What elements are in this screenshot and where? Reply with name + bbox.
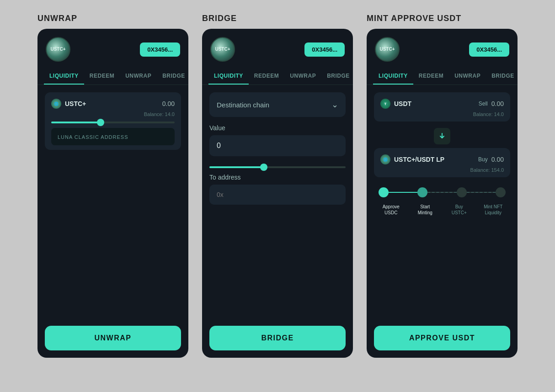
mint-address-btn[interactable]: 0X3456...: [469, 42, 509, 57]
unwrap-header: USTC+ 0X3456...: [37, 29, 188, 68]
bridge-action-btn[interactable]: BRIDGE: [209, 326, 346, 350]
mint-token1-value: 0.00: [491, 100, 504, 107]
mint-token2-row: 🌐 USTC+/USDT LP Buy 0.00 Balance: 154.0: [374, 148, 510, 177]
unwrap-token-value: 0.00: [162, 100, 175, 107]
step-connector-2: [427, 192, 456, 193]
tab-liquidity-unwrap[interactable]: LIQUIDITY: [44, 68, 84, 85]
step-label-3: BuyUSTC+: [445, 204, 473, 216]
destination-chain-dropdown[interactable]: Destination chain ⌄: [209, 92, 346, 117]
bridge-nav-tabs: LIQUIDITY REDEEM UNWRAP BRIDGE: [202, 68, 353, 85]
mint-token2-label: 🌐 USTC+/USDT LP: [380, 154, 444, 164]
mint-token1-action: Sell: [479, 101, 488, 107]
chevron-down-icon: ⌄: [331, 100, 338, 110]
tab-redeem-mint[interactable]: REDEEM: [413, 68, 449, 85]
tab-redeem-unwrap[interactable]: REDEEM: [84, 68, 120, 85]
tab-liquidity-bridge[interactable]: LIQUIDITY: [208, 68, 249, 85]
unwrap-slider-fill: [51, 122, 101, 123]
mint-token2-action: Buy: [478, 156, 488, 163]
unwrap-slider-track: [51, 122, 175, 123]
tab-unwrap-unwrap[interactable]: UNWRAP: [120, 68, 157, 85]
destination-chain-label: Destination chain: [217, 101, 269, 109]
unwrap-title: UNWRAP: [37, 14, 77, 23]
unwrap-address-btn[interactable]: 0X3456...: [140, 42, 180, 57]
step-label-1: ApproveUSDC: [377, 204, 405, 216]
unwrap-nav-tabs: LIQUIDITY REDEEM UNWRAP BRIDGE: [37, 68, 188, 85]
ustc-icon: 🌐: [51, 99, 61, 109]
tab-bridge-bridge[interactable]: BRIDGE: [321, 68, 353, 85]
unwrap-logo: USTC+: [46, 37, 70, 62]
mint-section: MINT APPROVE USDT USTC+ 0X3456... LIQUID…: [367, 14, 518, 358]
unwrap-section: UNWRAP USTC+ 0X3456... LIQUIDITY REDEEM …: [37, 14, 188, 358]
tab-bridge-unwrap[interactable]: BRIDGE: [157, 68, 188, 85]
step-label-4: Mint NFTLiquidity: [480, 204, 507, 216]
step-1: [379, 187, 389, 197]
unwrap-action-btn[interactable]: UNWRAP: [45, 326, 181, 350]
unwrap-token-row: 🌐 USTC+ 0.00 Balance: 14.0 LUNA CLASSIC …: [45, 92, 181, 150]
step-4: [496, 187, 506, 197]
unwrap-luna-address: LUNA CLASSIC ADDRESS: [51, 128, 175, 145]
tab-liquidity-mint[interactable]: LIQUIDITY: [373, 68, 413, 85]
progress-section: ApproveUSDC StartMinting BuyUSTC+ Mint N…: [374, 187, 510, 216]
bridge-title: BRIDGE: [202, 14, 237, 23]
bridge-logo: USTC+: [210, 37, 235, 62]
bridge-card: USTC+ 0X3456... LIQUIDITY REDEEM UNWRAP …: [202, 29, 353, 358]
tab-bridge-mint[interactable]: BRIDGE: [486, 68, 518, 85]
bridge-slider-track: [209, 166, 346, 168]
unwrap-card: USTC+ 0X3456... LIQUIDITY REDEEM UNWRAP …: [37, 29, 188, 358]
bridge-content: Destination chain ⌄ Value To address: [202, 85, 353, 326]
step-3: [457, 187, 467, 197]
unwrap-slider[interactable]: [51, 122, 175, 123]
unwrap-content: 🌐 USTC+ 0.00 Balance: 14.0 LUNA CLASSIC …: [37, 85, 188, 326]
step-label-2: StartMinting: [411, 204, 439, 216]
swap-arrow-btn[interactable]: [434, 128, 450, 144]
luna-address-label: LUNA CLASSIC ADDRESS: [58, 134, 128, 140]
mint-token1-balance: Balance: 14.0: [380, 111, 504, 117]
mint-title: MINT APPROVE USDT: [367, 14, 461, 23]
mint-token1-row: T USDT Sell 0.00 Balance: 14.0: [374, 92, 510, 122]
bridge-slider[interactable]: [209, 166, 346, 168]
mint-token2-balance: Balance: 154.0: [380, 167, 504, 173]
bridge-slider-thumb[interactable]: [260, 164, 267, 171]
mint-card: USTC+ 0X3456... LIQUIDITY REDEEM UNWRAP …: [367, 29, 518, 358]
mint-action-btn[interactable]: APPROVE USDT: [374, 326, 510, 350]
to-address-input[interactable]: [209, 185, 346, 205]
to-address-label: To address: [209, 174, 346, 181]
ustclp-icon: 🌐: [380, 154, 390, 164]
mint-token2-top: 🌐 USTC+/USDT LP Buy 0.00: [380, 154, 504, 164]
step-2: [417, 187, 427, 197]
value-input[interactable]: [209, 135, 346, 156]
bridge-footer: BRIDGE: [202, 326, 353, 358]
mint-content: T USDT Sell 0.00 Balance: 14.0: [367, 85, 518, 326]
bridge-slider-fill: [209, 166, 264, 168]
tab-unwrap-mint[interactable]: UNWRAP: [449, 68, 486, 85]
mint-footer: APPROVE USDT: [367, 326, 518, 358]
mint-token1-label: T USDT: [380, 99, 411, 109]
step-connector-3: [467, 192, 496, 193]
step-labels: ApproveUSDC StartMinting BuyUSTC+ Mint N…: [374, 204, 510, 216]
tab-unwrap-bridge[interactable]: UNWRAP: [284, 68, 321, 85]
bridge-header: USTC+ 0X3456...: [202, 29, 353, 68]
mint-token1-top: T USDT Sell 0.00: [380, 99, 504, 109]
unwrap-token-label: 🌐 USTC+: [51, 99, 86, 109]
mint-header: USTC+ 0X3456...: [367, 29, 518, 68]
usdt-icon: T: [380, 99, 390, 109]
unwrap-slider-thumb[interactable]: [97, 119, 104, 126]
step-connector-1: [389, 192, 417, 193]
unwrap-footer: UNWRAP: [37, 326, 188, 358]
unwrap-token-top: 🌐 USTC+ 0.00: [51, 99, 175, 109]
mint-logo: USTC+: [375, 37, 400, 62]
tab-redeem-bridge[interactable]: REDEEM: [249, 68, 284, 85]
bridge-address-btn[interactable]: 0X3456...: [304, 42, 345, 57]
mint-token2-value: 0.00: [491, 156, 504, 163]
unwrap-balance: Balance: 14.0: [51, 111, 175, 117]
bridge-section: BRIDGE USTC+ 0X3456... LIQUIDITY REDEEM …: [202, 14, 353, 358]
progress-steps: [374, 187, 510, 197]
value-label: Value: [209, 124, 346, 132]
mint-nav-tabs: LIQUIDITY REDEEM UNWRAP BRIDGE: [367, 68, 518, 85]
